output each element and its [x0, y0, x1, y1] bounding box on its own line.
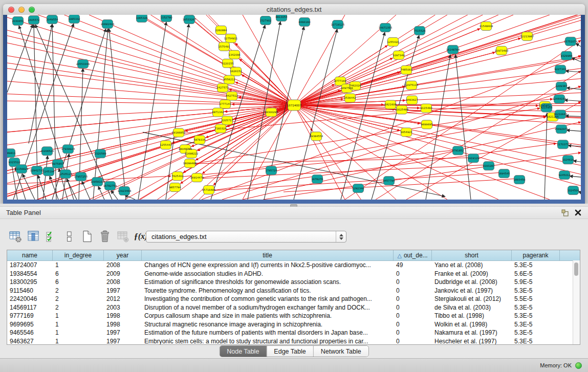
table-row[interactable]: 1938455462009Genome-wide association stu… — [7, 270, 580, 278]
table-cell: Embryonic stem cells: a model to study s… — [142, 337, 394, 345]
tab-network-table[interactable]: Network Table — [313, 346, 368, 357]
table-cell: Structural magnetic resonance image aver… — [142, 320, 394, 329]
table-cell: 1 — [53, 261, 104, 270]
table-cell: Genome-wide association studies in ADHD. — [142, 270, 394, 278]
svg-text:9227343: 9227343 — [554, 68, 566, 71]
svg-text:1777141: 1777141 — [219, 102, 231, 105]
svg-text:1145194: 1145194 — [42, 170, 55, 173]
table-cell: 5.3E-5 — [512, 337, 560, 345]
table-cell: Hescheler et al. (1997) — [432, 337, 512, 345]
table-cell: 1 — [53, 329, 104, 337]
table-row[interactable]: 1872400712008Changes of HCN gene express… — [7, 261, 580, 270]
table-cell: Tourette syndrome. Phenomenology and cla… — [142, 287, 394, 295]
table-cell: Dudbridge et al. (2008) — [432, 278, 512, 287]
table-row[interactable]: 1456911722003Disruption of a novel membe… — [7, 303, 580, 312]
table-cell: Estimation of significance thresholds fo… — [142, 278, 394, 287]
table-cell: Corpus callosum shape and size in male p… — [142, 312, 394, 320]
svg-text:9699695: 9699695 — [421, 123, 432, 126]
svg-text:8466160: 8466160 — [298, 20, 310, 24]
network-window-frame: 2030651240557220495541065332206914061065… — [3, 15, 585, 204]
network-canvas[interactable]: 2030651240557220495541065332206914061065… — [7, 15, 581, 200]
network-window-titlebar[interactable]: citations_edges.txt — [3, 4, 585, 15]
table-cell: 5.3E-5 — [512, 320, 560, 329]
table-cell: 9463627 — [7, 337, 53, 345]
column-header-out_de[interactable]: out_de... — [394, 250, 432, 260]
column-header-in_degree[interactable]: in_degree — [53, 250, 104, 260]
new-table-icon[interactable] — [80, 229, 94, 244]
table-cell: 9777169 — [7, 312, 53, 320]
column-header-short[interactable]: short — [432, 250, 512, 260]
float-panel-icon[interactable] — [561, 209, 569, 216]
svg-text:15716485: 15716485 — [202, 188, 215, 191]
table-row[interactable]: 977716911998Corpus callosum shape and si… — [7, 312, 580, 320]
svg-text:10025488: 10025488 — [395, 108, 408, 111]
table-cell: 1 — [53, 312, 104, 320]
table-cell: 0 — [394, 287, 432, 295]
svg-text:1065332: 1065332 — [68, 17, 80, 20]
close-panel-icon[interactable] — [574, 209, 582, 216]
table-row[interactable]: 946362711997Embryonic stem cells: a mode… — [7, 337, 580, 345]
show-columns-icon[interactable] — [26, 229, 40, 244]
svg-text:9975857: 9975857 — [52, 162, 63, 165]
svg-text:9457794: 9457794 — [383, 179, 395, 182]
svg-text:9315510: 9315510 — [8, 161, 20, 164]
svg-text:10958107: 10958107 — [91, 180, 104, 183]
delete-table-icon[interactable] — [98, 229, 112, 244]
svg-text:1097349: 1097349 — [393, 54, 404, 57]
tab-edge-table[interactable]: Edge Table — [266, 346, 313, 357]
svg-text:7515526: 7515526 — [413, 29, 425, 32]
svg-text:16914479: 16914479 — [190, 176, 204, 179]
svg-text:1255443: 1255443 — [160, 143, 171, 146]
table-row[interactable]: 2242004622012Investigating the contribut… — [7, 295, 580, 303]
svg-text:9329966: 9329966 — [560, 54, 572, 57]
svg-text:8813054: 8813054 — [275, 15, 288, 18]
select-columns-icon[interactable] — [44, 229, 58, 244]
svg-text:4589811: 4589811 — [7, 151, 16, 155]
table-cell: 14569117 — [7, 303, 53, 312]
table-row[interactable]: 911546021997Tourette syndrome. Phenomeno… — [7, 287, 580, 295]
svg-text:1654923: 1654923 — [400, 130, 412, 134]
svg-text:20553346: 20553346 — [76, 62, 90, 65]
svg-text:9245012: 9245012 — [558, 173, 570, 177]
svg-text:2405572: 2405572 — [28, 18, 39, 21]
table-cell: Nakamura et al. (1997) — [432, 329, 512, 337]
network-table-selector[interactable]: citations_edges.txt — [146, 231, 346, 243]
table-cell: 0 — [394, 295, 432, 303]
svg-text:1527902: 1527902 — [259, 19, 271, 22]
svg-text:4427512: 4427512 — [226, 94, 237, 97]
svg-text:10973493: 10973493 — [495, 49, 508, 52]
tab-node-table[interactable]: Node Table — [220, 346, 266, 357]
table-settings-icon[interactable] — [8, 229, 23, 244]
table-cell: 2008 — [104, 278, 142, 287]
table-cell: 1 — [53, 337, 104, 345]
table-scrollbar-thumb[interactable] — [574, 262, 578, 276]
svg-text:5878334: 5878334 — [193, 138, 206, 141]
table-cell: 1997 — [104, 287, 142, 295]
table-cell: 18300295 — [7, 278, 53, 287]
node-table: namein_degreeyeartitleout_de...shortpage… — [7, 250, 580, 345]
table-cell: 5.6E-5 — [512, 270, 560, 278]
svg-text:11548408: 11548408 — [480, 25, 493, 28]
table-row[interactable]: 969969511998Structural magnetic resonanc… — [7, 320, 580, 329]
table-cell: 1 — [53, 320, 104, 329]
table-row[interactable]: 1830029562008Estimation of significance … — [7, 278, 580, 287]
svg-text:18099488: 18099488 — [183, 162, 197, 165]
network-window-title: citations_edges.txt — [3, 6, 585, 13]
sort-ascending-icon — [397, 253, 401, 258]
svg-text:1342096: 1342096 — [228, 53, 240, 56]
table-cell: 1997 — [104, 337, 142, 345]
svg-text:10719125: 10719125 — [331, 23, 344, 26]
column-header-name[interactable]: name — [7, 250, 53, 260]
table-cell: de Silva et al. (2003) — [432, 303, 512, 312]
column-header-year[interactable]: year — [104, 250, 142, 260]
column-header-pagerank[interactable]: pagerank — [512, 250, 560, 260]
column-header-title[interactable]: title — [142, 250, 394, 260]
svg-text:12444154: 12444154 — [553, 97, 567, 100]
row-height-icon[interactable] — [62, 229, 76, 244]
svg-text:12505125: 12505125 — [59, 172, 72, 176]
table-cell: Yano et al. (2008) — [432, 261, 512, 270]
table-row[interactable]: 946554611997Estimation of the future num… — [7, 329, 580, 337]
table-scrollbar[interactable] — [573, 260, 580, 344]
table-cell: 5.3E-5 — [512, 303, 560, 312]
delete-column-icon[interactable] — [116, 229, 130, 244]
